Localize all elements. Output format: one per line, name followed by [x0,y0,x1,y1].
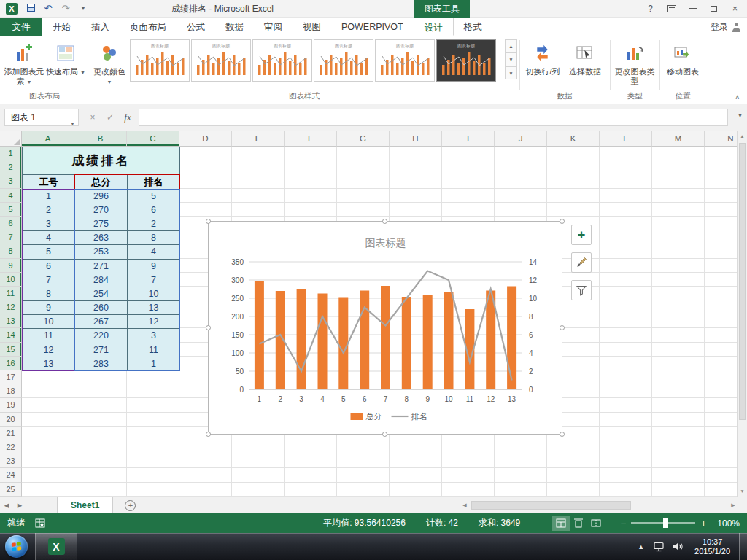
cell-I2[interactable] [442,160,495,174]
table-header-cell[interactable]: 排名 [128,175,180,189]
sign-in[interactable]: 登录 [711,18,741,36]
network-icon[interactable] [653,542,665,552]
cell-G1[interactable] [337,147,390,160]
scroll-right-icon[interactable]: ▶ [728,502,738,508]
cell-B22[interactable] [74,440,127,454]
cell-J23[interactable] [495,454,547,468]
cell-L24[interactable] [600,468,652,482]
cell-A24[interactable] [22,468,74,482]
cell-A25[interactable] [22,483,74,497]
formula-enter-button[interactable]: ✓ [102,109,118,126]
table-cell[interactable]: 7 [128,273,180,287]
redo-button[interactable]: ↷ [57,1,74,17]
table-cell[interactable]: 5 [128,190,180,203]
cell-L5[interactable] [600,203,652,217]
cell-M9[interactable] [652,259,705,273]
chart-handle-w[interactable] [206,325,211,330]
cell-M2[interactable] [652,160,705,174]
cell-I25[interactable] [442,483,495,497]
chart-handle-s[interactable] [382,432,387,437]
taskbar-excel-button[interactable]: X [35,533,77,560]
cell-G22[interactable] [337,440,390,454]
row-header-6[interactable]: 6 [0,217,22,230]
cell-J4[interactable] [495,189,547,203]
cell-J24[interactable] [495,468,547,482]
table-cell[interactable]: 11 [23,329,75,343]
cell-M15[interactable] [652,343,705,357]
table-cell[interactable]: 275 [75,217,128,231]
cell-C17[interactable] [127,370,179,384]
table-cell[interactable]: 220 [75,329,128,343]
cell-L3[interactable] [600,174,652,188]
cell-M16[interactable] [652,357,705,370]
cell-I23[interactable] [442,454,495,468]
column-header-L[interactable]: L [600,131,652,147]
cell-F1[interactable] [285,147,337,160]
cell-L12[interactable] [600,300,652,314]
cell-F24[interactable] [285,468,337,482]
chart-handle-n[interactable] [382,219,387,224]
ribbon-tab-设计[interactable]: 设计 [414,18,454,36]
table-cell[interactable]: 13 [23,357,75,371]
cell-K3[interactable] [547,174,600,188]
table-cell[interactable]: 267 [75,315,128,329]
cell-L20[interactable] [600,413,652,427]
table-cell[interactable]: 4 [128,245,180,259]
cell-H22[interactable] [390,440,442,454]
table-cell[interactable]: 10 [128,287,180,301]
cell-D2[interactable] [179,160,232,174]
row-header-21[interactable]: 21 [0,427,22,440]
chart-styles-button[interactable] [571,252,592,273]
row-header-9[interactable]: 9 [0,259,22,273]
column-header-I[interactable]: I [442,131,495,147]
cell-L25[interactable] [600,483,652,497]
cell-K24[interactable] [547,468,600,482]
undo-button[interactable]: ↶ [39,1,57,17]
cell-M1[interactable] [652,147,705,160]
cell-I24[interactable] [442,468,495,482]
row-header-1[interactable]: 1 [0,147,22,160]
show-desktop-button[interactable] [739,533,747,560]
cell-M14[interactable] [652,328,705,342]
cell-E3[interactable] [232,174,285,188]
cell-D1[interactable] [179,147,232,160]
scroll-down-icon[interactable]: ▼ [738,486,747,497]
vertical-scrollbar[interactable]: ▲ ▼ [737,131,747,497]
table-cell[interactable]: 271 [75,260,128,273]
chart-handle-sw[interactable] [206,432,211,437]
cell-I3[interactable] [442,174,495,188]
cell-E4[interactable] [232,189,285,203]
cell-B17[interactable] [74,370,127,384]
table-cell[interactable]: 3 [128,329,180,343]
cell-D5[interactable] [179,203,232,217]
row-header-11[interactable]: 11 [0,287,22,300]
cell-L11[interactable] [600,287,652,300]
row-header-12[interactable]: 12 [0,300,22,314]
cell-E1[interactable] [232,147,285,160]
cell-C18[interactable] [127,384,179,398]
cell-E25[interactable] [232,483,285,497]
cell-I1[interactable] [442,147,495,160]
table-cell[interactable]: 283 [75,357,128,371]
volume-icon[interactable] [673,542,684,551]
cell-J22[interactable] [495,440,547,454]
row-header-18[interactable]: 18 [0,384,22,398]
cell-M22[interactable] [652,440,705,454]
sheet-tab-sheet1[interactable]: Sheet1 [57,497,113,513]
row-header-10[interactable]: 10 [0,273,22,287]
cell-D4[interactable] [179,189,232,203]
cell-M24[interactable] [652,468,705,482]
ribbon-tab-审阅[interactable]: 审阅 [254,18,293,36]
normal-view-button[interactable] [552,516,570,531]
table-cell[interactable]: 13 [128,301,180,315]
cell-K2[interactable] [547,160,600,174]
table-cell[interactable]: 6 [128,203,180,217]
cell-H2[interactable] [390,160,442,174]
cell-J25[interactable] [495,483,547,497]
cell-M21[interactable] [652,427,705,440]
column-header-A[interactable]: A [22,131,74,147]
cell-C22[interactable] [127,440,179,454]
cell-G25[interactable] [337,483,390,497]
row-header-16[interactable]: 16 [0,357,22,370]
cell-M10[interactable] [652,273,705,287]
